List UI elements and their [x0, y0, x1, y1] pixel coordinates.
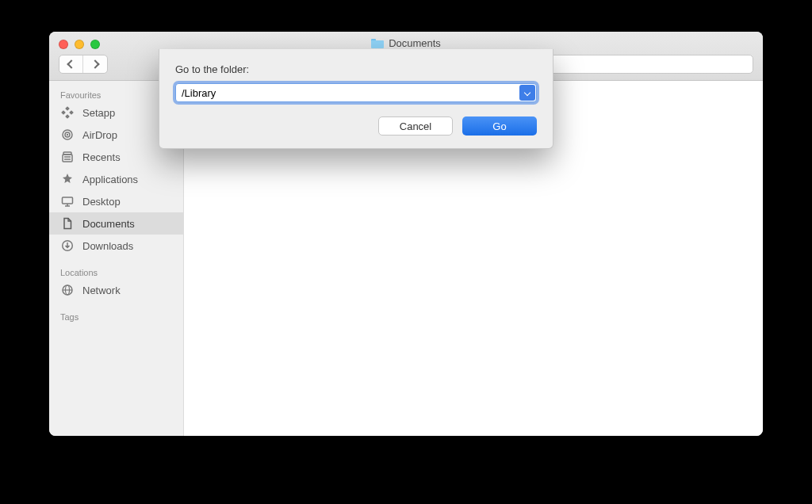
svg-rect-0	[65, 106, 70, 111]
back-button[interactable]	[59, 55, 83, 73]
window-title: Documents	[49, 37, 763, 49]
go-to-folder-combo	[175, 83, 537, 102]
documents-icon	[60, 216, 75, 231]
sidebar-item-label: Downloads	[82, 240, 133, 252]
svg-rect-7	[63, 155, 72, 162]
recents-icon	[60, 150, 75, 164]
sidebar-item-desktop[interactable]: Desktop	[49, 190, 183, 212]
sidebar-item-documents[interactable]: Documents	[49, 212, 183, 235]
sidebar-item-label: Network	[82, 284, 121, 296]
sidebar-item-network[interactable]: Network	[49, 279, 183, 301]
sidebar-item-label: AirDrop	[82, 129, 117, 141]
cancel-button[interactable]: Cancel	[378, 116, 453, 136]
chevron-right-icon	[90, 59, 99, 68]
airdrop-icon	[60, 128, 75, 142]
chevron-down-icon	[524, 90, 530, 96]
folder-icon	[371, 39, 384, 48]
setapp-icon	[60, 105, 75, 120]
go-to-folder-input[interactable]	[175, 83, 537, 102]
sidebar-item-label: Applications	[82, 174, 138, 185]
sidebar-heading-locations: Locations	[49, 265, 183, 279]
svg-rect-8	[63, 152, 71, 155]
sidebar-item-downloads[interactable]: Downloads	[49, 235, 183, 257]
applications-icon	[60, 172, 75, 186]
sidebar-item-recents[interactable]: Recents	[49, 146, 183, 168]
nav-buttons	[59, 55, 108, 74]
window-title-text: Documents	[389, 37, 441, 49]
chevron-left-icon	[67, 59, 75, 68]
go-to-folder-sheet: Go to the folder: Cancel Go	[159, 49, 553, 149]
sidebar-item-label: Desktop	[82, 196, 121, 208]
forward-button[interactable]	[83, 55, 107, 73]
sidebar-heading-tags: Tags	[49, 309, 183, 323]
svg-point-6	[67, 134, 68, 136]
svg-rect-11	[63, 197, 73, 204]
sidebar-item-label: Recents	[82, 151, 121, 163]
go-button[interactable]: Go	[462, 116, 537, 136]
svg-rect-3	[65, 114, 70, 119]
sidebar-item-applications[interactable]: Applications	[49, 168, 183, 190]
sidebar-item-label: Setapp	[82, 107, 115, 119]
go-to-folder-dropdown[interactable]	[519, 85, 535, 101]
network-icon	[60, 283, 75, 297]
svg-rect-2	[69, 110, 74, 115]
sheet-buttons: Cancel Go	[175, 116, 537, 136]
desktop-icon	[60, 194, 75, 208]
go-to-folder-label: Go to the folder:	[175, 63, 537, 75]
sidebar-item-label: Documents	[82, 218, 135, 230]
downloads-icon	[60, 239, 75, 253]
svg-rect-1	[61, 110, 66, 115]
